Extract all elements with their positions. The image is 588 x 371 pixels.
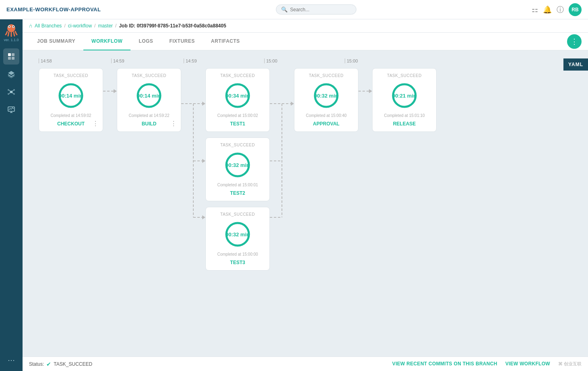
brand-watermark: ⌘ 创业互联 xyxy=(558,361,582,367)
workflow-canvas[interactable]: YAML 14:58 14:59 14:59 15:00 15:00 xyxy=(23,50,588,356)
svg-point-3 xyxy=(9,26,10,27)
breadcrumb-master[interactable]: master xyxy=(98,23,113,29)
filter-icon[interactable]: ⚏ xyxy=(532,5,538,14)
breadcrumb-sep3: / xyxy=(115,23,116,29)
sub-header: ⑃ All Branches / ci-workflow / master / … xyxy=(23,19,588,33)
approval-time: 00:32 min xyxy=(314,93,338,99)
svg-point-4 xyxy=(13,26,14,27)
release-name[interactable]: RELEASE xyxy=(393,121,416,127)
sidebar-item-layers[interactable] xyxy=(3,66,19,82)
sidebar-more[interactable]: ⋯ xyxy=(8,356,15,365)
checkout-circle: 00:14 min xyxy=(56,81,85,110)
checkout-name[interactable]: CHECKOUT xyxy=(57,121,85,127)
test2-card[interactable]: TASK_SUCCEED 00:32 min Completed at 15:0… xyxy=(205,138,270,201)
branch-icon: ⑃ xyxy=(29,23,32,29)
svg-marker-32 xyxy=(202,215,205,219)
checkout-completed: Completed at 14:59:02 xyxy=(50,113,91,118)
build-menu[interactable]: ⋮ xyxy=(170,120,177,127)
test3-circle: 00:32 min xyxy=(223,220,252,249)
release-col: TASK_SUCCEED 00:21 min Completed at 15:0… xyxy=(372,68,437,132)
sidebar: ver. 1.1.0 xyxy=(0,19,23,371)
build-col: TASK_SUCCEED 00:14 min Completed at 14:5… xyxy=(117,68,181,132)
approval-status: TASK_SUCCEED xyxy=(309,73,344,78)
svg-rect-7 xyxy=(8,57,11,60)
approval-completed: Completed at 15:00:40 xyxy=(306,113,346,118)
svg-marker-28 xyxy=(202,102,205,106)
release-completed: Completed at 15:01:10 xyxy=(384,113,424,118)
test2-circle: 00:32 min xyxy=(223,150,252,179)
svg-line-15 xyxy=(12,90,13,92)
build-card[interactable]: TASK_SUCCEED 00:14 min Completed at 14:5… xyxy=(117,68,181,132)
svg-rect-8 xyxy=(12,57,14,60)
release-circle: 00:21 min xyxy=(390,81,419,110)
tab-logs[interactable]: LOGS xyxy=(130,33,161,50)
sidebar-item-dashboard[interactable] xyxy=(3,48,19,65)
test1-name[interactable]: TEST1 xyxy=(230,121,245,127)
arrow-3 xyxy=(358,89,372,93)
help-icon[interactable]: ⓘ xyxy=(557,5,564,15)
tab-artifacts[interactable]: ARTIFACTS xyxy=(203,33,248,50)
release-card[interactable]: TASK_SUCCEED 00:21 min Completed at 15:0… xyxy=(372,68,437,132)
release-time: 00:21 min xyxy=(392,93,416,99)
merge-arrows xyxy=(270,68,294,254)
header-icons: ⚏ 🔔 ⓘ RB xyxy=(532,3,582,16)
app-title: EXAMPLE-WORKFLOW-APPROVAL xyxy=(6,6,101,13)
build-name[interactable]: BUILD xyxy=(142,121,157,127)
notification-icon[interactable]: 🔔 xyxy=(543,5,552,14)
status-value: TASK_SUCCEED xyxy=(54,361,92,367)
approval-name[interactable]: APPROVAL xyxy=(313,121,340,127)
tab-fixtures[interactable]: FIXTURES xyxy=(161,33,203,50)
svg-rect-5 xyxy=(8,53,11,56)
timeline-t1: 14:58 xyxy=(39,58,111,63)
breadcrumb-all-branches[interactable]: All Branches xyxy=(35,23,62,29)
view-commits-link[interactable]: VIEW RECENT COMMITS ON THIS BRANCH xyxy=(392,361,497,367)
approval-col: TASK_SUCCEED 00:32 min Completed at 15:0… xyxy=(294,68,358,132)
search-input[interactable] xyxy=(290,7,351,13)
sidebar-item-monitor[interactable] xyxy=(3,102,19,118)
checkout-time: 00:14 min xyxy=(59,93,83,99)
checkout-card[interactable]: TASK_SUCCEED 00:14 min Completed at 14:5… xyxy=(39,68,103,132)
tab-job-summary[interactable]: JOB SUMMARY xyxy=(29,33,83,50)
sidebar-item-network[interactable] xyxy=(3,84,19,100)
svg-rect-6 xyxy=(12,53,14,56)
test2-time: 00:32 min xyxy=(226,162,250,168)
test3-name[interactable]: TEST3 xyxy=(230,260,245,265)
approval-card[interactable]: TASK_SUCCEED 00:32 min Completed at 15:0… xyxy=(294,68,358,132)
tabs-bar: JOB SUMMARY WORKFLOW LOGS FIXTURES ARTIF… xyxy=(23,33,588,50)
status-links: VIEW RECENT COMMITS ON THIS BRANCH VIEW … xyxy=(392,361,582,367)
test1-status: TASK_SUCCEED xyxy=(220,73,255,78)
svg-marker-44 xyxy=(291,102,294,106)
view-workflow-link[interactable]: VIEW WORKFLOW xyxy=(505,361,550,367)
checkout-status: TASK_SUCCEED xyxy=(54,73,88,78)
status-label: Status: xyxy=(29,361,44,367)
test2-status: TASK_SUCCEED xyxy=(220,143,255,147)
arrow-1 xyxy=(103,89,117,93)
test1-circle: 00:34 min xyxy=(223,81,252,110)
timeline-t3: 14:59 xyxy=(184,58,264,63)
approval-circle: 00:32 min xyxy=(312,81,341,110)
build-completed: Completed at 14:59:22 xyxy=(128,113,169,118)
svg-point-12 xyxy=(8,93,9,95)
checkout-menu[interactable]: ⋮ xyxy=(92,120,99,127)
test3-completed: Completed at 15:00:00 xyxy=(217,252,258,256)
tab-workflow[interactable]: WORKFLOW xyxy=(83,33,130,50)
yaml-button[interactable]: YAML xyxy=(563,58,588,71)
timeline-row: 14:58 14:59 14:59 15:00 15:00 xyxy=(31,58,580,63)
search-bar[interactable]: 🔍 xyxy=(276,4,356,15)
breadcrumb-sep2: / xyxy=(94,23,95,29)
test1-card[interactable]: TASK_SUCCEED 00:34 min Completed at 15:0… xyxy=(205,68,270,132)
breadcrumb-ci-workflow[interactable]: ci-workflow xyxy=(68,23,92,29)
status-check-icon: ✔ xyxy=(46,361,51,367)
svg-point-9 xyxy=(10,91,12,93)
avatar[interactable]: RB xyxy=(569,3,582,16)
test3-card[interactable]: TASK_SUCCEED 00:32 min Completed at 15:0… xyxy=(205,207,270,271)
search-icon: 🔍 xyxy=(281,6,288,13)
svg-marker-30 xyxy=(202,159,205,163)
app-logo xyxy=(4,23,19,37)
checkout-col: TASK_SUCCEED 00:14 min Completed at 14:5… xyxy=(39,68,103,132)
release-status: TASK_SUCCEED xyxy=(387,73,422,78)
more-options-button[interactable]: ⋮ xyxy=(567,34,582,49)
test2-name[interactable]: TEST2 xyxy=(230,190,245,196)
test3-status: TASK_SUCCEED xyxy=(220,212,255,217)
test1-completed: Completed at 15:00:02 xyxy=(217,113,258,118)
